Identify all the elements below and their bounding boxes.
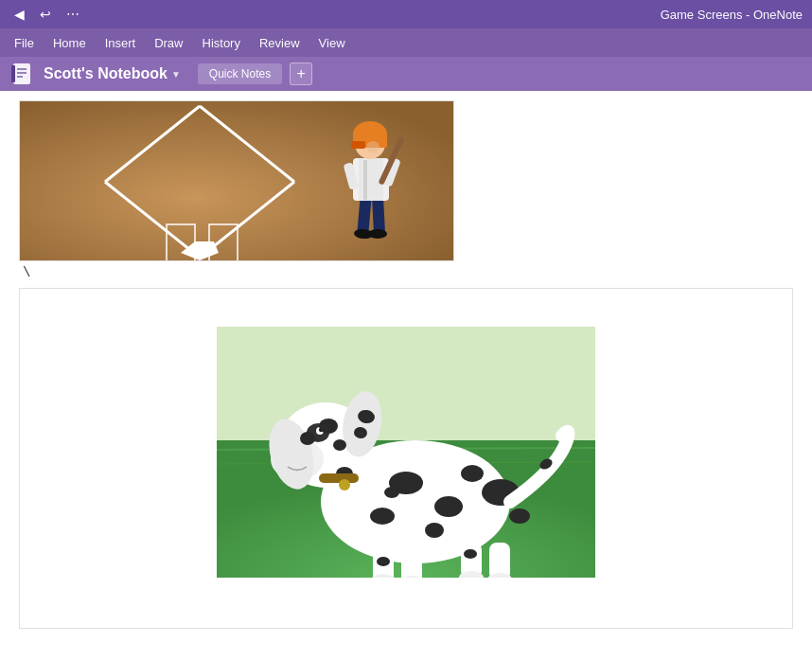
title-bar: ◀ ↩ ⋯ Game Screens - OneNote bbox=[0, 0, 812, 28]
notebook-logo bbox=[9, 61, 36, 87]
svg-point-56 bbox=[384, 487, 399, 498]
main-content: \ bbox=[0, 91, 812, 660]
add-section-button[interactable]: + bbox=[290, 62, 312, 85]
svg-rect-27 bbox=[351, 141, 365, 149]
svg-point-57 bbox=[319, 419, 338, 434]
chevron-down-icon: ▼ bbox=[171, 69, 181, 80]
svg-point-50 bbox=[434, 496, 463, 517]
svg-point-58 bbox=[300, 432, 315, 445]
svg-point-51 bbox=[370, 508, 395, 525]
svg-point-17 bbox=[368, 229, 387, 239]
svg-point-67 bbox=[377, 557, 390, 566]
svg-point-28 bbox=[366, 141, 380, 152]
menu-draw[interactable]: Draw bbox=[145, 32, 192, 54]
svg-point-68 bbox=[464, 549, 477, 559]
menu-bar: File Home Insert Draw History Review Vie… bbox=[0, 28, 812, 57]
svg-rect-20 bbox=[363, 160, 367, 200]
title-bar-left: ◀ ↩ ⋯ bbox=[9, 5, 84, 24]
notebook-title[interactable]: Scott's Notebook ▼ bbox=[44, 65, 181, 82]
menu-file[interactable]: File bbox=[5, 32, 44, 54]
menu-insert[interactable]: Insert bbox=[96, 32, 146, 54]
svg-rect-66 bbox=[489, 543, 510, 578]
svg-rect-64 bbox=[401, 544, 422, 578]
svg-point-59 bbox=[333, 439, 346, 451]
menu-view[interactable]: View bbox=[309, 32, 355, 54]
baseball-section: \ bbox=[19, 100, 793, 280]
svg-rect-61 bbox=[319, 473, 359, 483]
more-button[interactable]: ⋯ bbox=[62, 5, 84, 24]
backslash-text: \ bbox=[23, 265, 793, 280]
undo-button[interactable]: ↩ bbox=[35, 5, 56, 24]
dog-section bbox=[19, 288, 793, 629]
dog-image bbox=[217, 327, 595, 578]
menu-review[interactable]: Review bbox=[250, 32, 309, 54]
svg-point-54 bbox=[425, 523, 444, 538]
app-title: Game Screens - OneNote bbox=[661, 8, 803, 22]
svg-rect-15 bbox=[372, 196, 385, 235]
svg-rect-1 bbox=[11, 65, 15, 82]
svg-point-53 bbox=[461, 465, 484, 482]
svg-point-62 bbox=[339, 479, 350, 491]
menu-history[interactable]: History bbox=[193, 32, 250, 54]
notebook-bar: Scott's Notebook ▼ Quick Notes + bbox=[0, 57, 812, 91]
menu-home[interactable]: Home bbox=[44, 32, 96, 54]
svg-rect-19 bbox=[359, 158, 383, 201]
notebook-name: Scott's Notebook bbox=[44, 65, 168, 82]
svg-point-55 bbox=[509, 508, 530, 524]
quick-notes-button[interactable]: Quick Notes bbox=[198, 63, 282, 84]
svg-rect-0 bbox=[13, 63, 30, 84]
back-button[interactable]: ◀ bbox=[9, 5, 29, 24]
baseball-image bbox=[19, 100, 454, 261]
